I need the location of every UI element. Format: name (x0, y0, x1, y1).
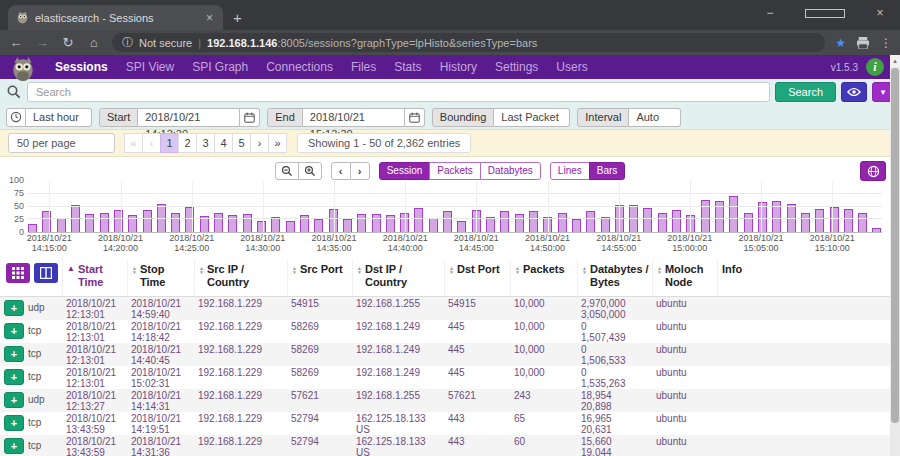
home-icon[interactable]: ⌂ (86, 35, 102, 50)
nav-item-users[interactable]: Users (547, 60, 596, 74)
pagination-first-button[interactable]: « (124, 133, 143, 153)
expand-session-button[interactable]: + (4, 369, 24, 385)
address-bar[interactable]: ⓘ Not secure | 192.168.1.146:8005/sessio… (112, 33, 825, 52)
chart-bar[interactable] (744, 213, 753, 232)
pagination-page-3[interactable]: 3 (196, 133, 215, 153)
info-icon[interactable]: i (866, 58, 884, 76)
nav-item-stats[interactable]: Stats (385, 60, 430, 74)
chart-bar[interactable] (844, 209, 853, 232)
table-row[interactable]: +tcp2018/10/2112:13:012018/10/2114:40:45… (0, 343, 890, 366)
expand-session-button[interactable]: + (4, 415, 24, 431)
pagination-page-2[interactable]: 2 (178, 133, 197, 153)
zoom-out-button[interactable] (275, 162, 299, 180)
nav-item-connections[interactable]: Connections (257, 60, 342, 74)
pagination-last-button[interactable]: » (268, 133, 287, 153)
column-header-src-port[interactable]: ▲▼Src Port (287, 259, 352, 296)
chart-bar[interactable] (529, 211, 538, 232)
fields-grid-button[interactable] (6, 263, 30, 283)
chart-bar[interactable] (143, 210, 152, 232)
chart-bar[interactable] (100, 213, 109, 232)
bounding-select[interactable]: Last Packet (494, 108, 570, 127)
table-row[interactable]: +tcp2018/10/2113:43:592018/10/2114:19:51… (0, 412, 890, 435)
expand-session-button[interactable]: + (4, 323, 24, 339)
search-input[interactable] (27, 82, 770, 102)
moloch-owl-logo[interactable] (7, 56, 39, 82)
nav-item-settings[interactable]: Settings (486, 60, 547, 74)
pan-right-button[interactable]: › (350, 162, 370, 180)
new-tab-button[interactable]: + (233, 9, 242, 26)
chart-bar[interactable] (672, 210, 681, 232)
chart-bar[interactable] (357, 214, 366, 232)
start-time-input[interactable]: 2018/10/21 14:13:30 (138, 108, 240, 127)
window-minimize-button[interactable]: − (750, 6, 790, 20)
pagination-page-1[interactable]: 1 (160, 133, 179, 153)
chart-bar[interactable] (801, 213, 810, 232)
series-toggle-session[interactable]: Session (379, 162, 431, 180)
series-toggle-packets[interactable]: Packets (429, 162, 481, 180)
chart-bar[interactable] (815, 209, 824, 232)
chart-bar[interactable] (658, 213, 667, 232)
chart-bar[interactable] (872, 228, 881, 232)
chart-bar[interactable] (343, 219, 352, 232)
chart-bar[interactable] (257, 221, 266, 232)
chart-bar[interactable] (443, 211, 452, 232)
pan-left-button[interactable]: ‹ (331, 162, 351, 180)
vertical-scrollbar[interactable]: ▲ (890, 55, 900, 456)
table-row[interactable]: +udp2018/10/2112:13:272018/10/2114:14:31… (0, 389, 890, 412)
column-header-moloch-node[interactable]: ▲▼MolochNode (652, 259, 717, 296)
chart-bar[interactable] (643, 208, 652, 232)
chart-bar[interactable] (830, 207, 839, 233)
chart-bar[interactable] (858, 213, 867, 232)
nav-item-sessions[interactable]: Sessions (46, 60, 117, 74)
reload-icon[interactable]: ↻ (60, 35, 76, 50)
end-time-input[interactable]: 2018/10/21 15:13:30 (303, 108, 405, 127)
zoom-in-button[interactable] (298, 162, 322, 180)
table-row[interactable]: +tcp2018/10/2113:43:592018/10/2114:31:36… (0, 435, 890, 456)
pagination-page-4[interactable]: 4 (214, 133, 233, 153)
chart-bar[interactable] (586, 211, 595, 232)
print-icon[interactable] (856, 37, 870, 49)
chart-bar[interactable] (57, 218, 66, 232)
search-button[interactable]: Search (775, 82, 836, 102)
chart-bar[interactable] (286, 221, 295, 232)
chart-bar[interactable] (572, 219, 581, 232)
chart-bar[interactable] (515, 214, 524, 232)
interval-select[interactable]: Auto (629, 108, 681, 127)
chart-bar[interactable] (729, 196, 738, 232)
tab-close-icon[interactable]: × (204, 11, 215, 25)
nav-item-spi-graph[interactable]: SPI Graph (183, 60, 257, 74)
pagination-prev-button[interactable]: ‹ (142, 133, 161, 153)
series-toggle-databytes[interactable]: Databytes (480, 162, 541, 180)
scrollbar-up-icon[interactable]: ▲ (890, 55, 900, 67)
expand-session-button[interactable]: + (4, 300, 24, 316)
nav-item-history[interactable]: History (431, 60, 486, 74)
browser-tab[interactable]: elasticsearch - Sessions × (8, 5, 223, 30)
chart-bar[interactable] (314, 219, 323, 232)
table-row[interactable]: +udp2018/10/2112:13:012018/10/2114:59:40… (0, 297, 890, 320)
forward-icon[interactable]: → (34, 35, 50, 50)
table-row[interactable]: +tcp2018/10/2112:13:012018/10/2115:02:31… (0, 366, 890, 389)
time-range-select[interactable]: Last hour (26, 108, 92, 127)
column-header-start-time[interactable]: ▲Start Time (62, 259, 127, 296)
expand-session-button[interactable]: + (4, 346, 24, 362)
map-globe-button[interactable] (860, 161, 886, 181)
chart-bar[interactable] (114, 210, 123, 232)
per-page-select[interactable]: 50 per page (8, 133, 115, 153)
pagination-page-5[interactable]: 5 (232, 133, 251, 153)
chart-bar[interactable] (171, 213, 180, 232)
chart-bar[interactable] (758, 202, 767, 232)
chart-bar[interactable] (457, 221, 466, 232)
column-header-dst-ip-country[interactable]: ▲▼Dst IP / Country (352, 259, 444, 296)
chart-bar[interactable] (429, 218, 438, 232)
column-header-stop-time[interactable]: ▲▼Stop Time (127, 259, 194, 296)
expand-session-button[interactable]: + (4, 438, 24, 454)
not-secure-icon[interactable]: ⓘ (122, 35, 133, 50)
views-eye-button[interactable] (841, 82, 867, 102)
window-maximize-button[interactable] (805, 9, 845, 18)
column-header-databytes-bytes[interactable]: ▲▼Databytes /Bytes (577, 259, 652, 296)
back-icon[interactable]: ← (8, 35, 24, 50)
chart-bar[interactable] (28, 224, 37, 232)
start-calendar-button[interactable] (240, 108, 260, 127)
table-row[interactable]: +tcp2018/10/2112:13:012018/10/2114:18:42… (0, 320, 890, 343)
chart-bar[interactable] (243, 214, 252, 232)
